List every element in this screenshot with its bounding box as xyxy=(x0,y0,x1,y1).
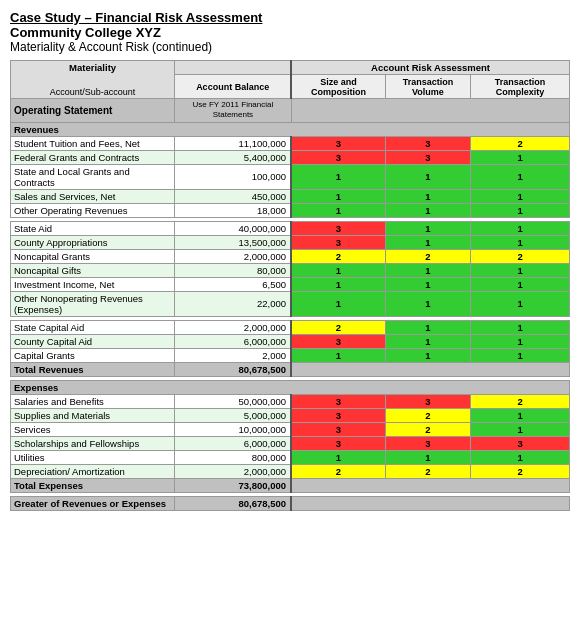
total-expenses-label: Total Expenses xyxy=(11,478,175,492)
table-row: County Appropriations13,500,000311 xyxy=(11,235,570,249)
fy-note: Use FY 2011 Financial Statements xyxy=(175,99,291,123)
row-balance: 100,000 xyxy=(175,164,291,189)
row-balance: 50,000,000 xyxy=(175,394,291,408)
row-label: State and Local Grants and Contracts xyxy=(11,164,175,189)
row-label: State Capital Aid xyxy=(11,320,175,334)
row-label: Noncapital Grants xyxy=(11,249,175,263)
col-header-volume: Transaction Volume xyxy=(385,75,470,99)
total-revenues-row: Total Revenues 80,678,500 xyxy=(11,362,570,376)
header-account-balance-group xyxy=(175,61,291,75)
row-label: State Aid xyxy=(11,221,175,235)
row-balance: 18,000 xyxy=(175,203,291,217)
row-label: Scholarships and Fellowships xyxy=(11,436,175,450)
row-label: Supplies and Materials xyxy=(11,408,175,422)
table-row: Noncapital Grants2,000,000222 xyxy=(11,249,570,263)
title-section: Case Study – Financial Risk Assessment C… xyxy=(10,10,570,54)
row-label: County Capital Aid xyxy=(11,334,175,348)
col-header-size: Size and Composition xyxy=(291,75,385,99)
row-balance: 11,100,000 xyxy=(175,136,291,150)
table-row: Other Nonoperating Revenues (Expenses)22… xyxy=(11,291,570,316)
table-row: Supplies and Materials5,000,000321 xyxy=(11,408,570,422)
row-label: Salaries and Benefits xyxy=(11,394,175,408)
row-balance: 2,000,000 xyxy=(175,249,291,263)
row-balance: 10,000,000 xyxy=(175,422,291,436)
row-balance: 13,500,000 xyxy=(175,235,291,249)
row-balance: 800,000 xyxy=(175,450,291,464)
row-balance: 6,500 xyxy=(175,277,291,291)
greater-of-row: Greater of Revenues or Expenses 80,678,5… xyxy=(11,496,570,510)
table-row: Student Tuition and Fees, Net11,100,0003… xyxy=(11,136,570,150)
table-row: County Capital Aid6,000,000311 xyxy=(11,334,570,348)
row-balance: 80,000 xyxy=(175,263,291,277)
row-label: Student Tuition and Fees, Net xyxy=(11,136,175,150)
row-label: Other Operating Revenues xyxy=(11,203,175,217)
row-balance: 2,000,000 xyxy=(175,320,291,334)
expenses-label: Expenses xyxy=(11,380,570,394)
revenues-label: Revenues xyxy=(11,122,570,136)
row-label: Noncapital Gifts xyxy=(11,263,175,277)
row-balance: 5,000,000 xyxy=(175,408,291,422)
row-balance: 6,000,000 xyxy=(175,334,291,348)
row-label: County Appropriations xyxy=(11,235,175,249)
header-risk-assessment: Account Risk Assessment xyxy=(291,61,569,75)
row-label: Sales and Services, Net xyxy=(11,189,175,203)
header-materiality: Materiality Account/Sub-account xyxy=(11,61,175,99)
greater-of-label: Greater of Revenues or Expenses xyxy=(11,496,175,510)
risk-assessment-table: Materiality Account/Sub-account Account … xyxy=(10,60,570,511)
total-expenses-balance: 73,800,000 xyxy=(175,478,291,492)
table-row: Federal Grants and Contracts5,400,000331 xyxy=(11,150,570,164)
row-balance: 450,000 xyxy=(175,189,291,203)
row-label: Services xyxy=(11,422,175,436)
greater-of-balance: 80,678,500 xyxy=(175,496,291,510)
table-row: State Aid40,000,000311 xyxy=(11,221,570,235)
row-label: Investment Income, Net xyxy=(11,277,175,291)
revenues-header-row: Revenues xyxy=(11,122,570,136)
table-row: State Capital Aid2,000,000211 xyxy=(11,320,570,334)
total-revenues-label: Total Revenues xyxy=(11,362,175,376)
table-row: Depreciation/ Amortization2,000,000222 xyxy=(11,464,570,478)
row-balance: 2,000 xyxy=(175,348,291,362)
total-expenses-row: Total Expenses 73,800,000 xyxy=(11,478,570,492)
row-label: Capital Grants xyxy=(11,348,175,362)
operating-statement-label: Operating Statement xyxy=(11,99,175,123)
expenses-header-row: Expenses xyxy=(11,380,570,394)
title-line1: Case Study – Financial Risk Assessment xyxy=(10,10,570,25)
col-header-complexity: Transaction Complexity xyxy=(471,75,570,99)
row-label: Other Nonoperating Revenues (Expenses) xyxy=(11,291,175,316)
row-balance: 5,400,000 xyxy=(175,150,291,164)
total-revenues-balance: 80,678,500 xyxy=(175,362,291,376)
title-line2: Community College XYZ xyxy=(10,25,570,40)
row-label: Depreciation/ Amortization xyxy=(11,464,175,478)
table-row: Services10,000,000321 xyxy=(11,422,570,436)
title-line3: Materiality & Account Risk (continued) xyxy=(10,40,570,54)
row-balance: 2,000,000 xyxy=(175,464,291,478)
row-balance: 6,000,000 xyxy=(175,436,291,450)
table-row: Scholarships and Fellowships6,000,000333 xyxy=(11,436,570,450)
table-row: State and Local Grants and Contracts100,… xyxy=(11,164,570,189)
table-row: Other Operating Revenues18,000111 xyxy=(11,203,570,217)
col-header-balance: Account Balance xyxy=(175,75,291,99)
table-row: Investment Income, Net6,500111 xyxy=(11,277,570,291)
table-row: Salaries and Benefits50,000,000332 xyxy=(11,394,570,408)
row-label: Federal Grants and Contracts xyxy=(11,150,175,164)
row-balance: 22,000 xyxy=(175,291,291,316)
row-label: Utilities xyxy=(11,450,175,464)
row-balance: 40,000,000 xyxy=(175,221,291,235)
operating-statement-row: Operating Statement Use FY 2011 Financia… xyxy=(11,99,570,123)
table-row: Utilities800,000111 xyxy=(11,450,570,464)
table-row: Noncapital Gifts80,000111 xyxy=(11,263,570,277)
table-row: Capital Grants2,000111 xyxy=(11,348,570,362)
table-row: Sales and Services, Net450,000111 xyxy=(11,189,570,203)
